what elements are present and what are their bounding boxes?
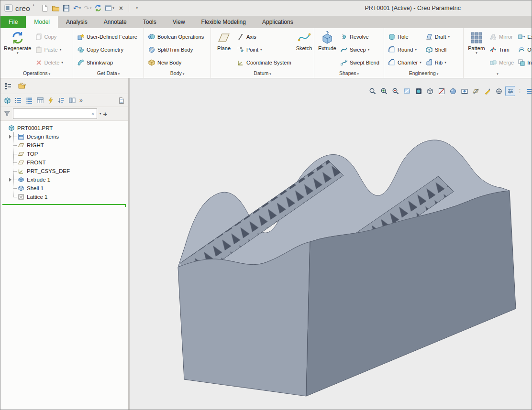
insert-here-indicator[interactable] — [2, 204, 126, 205]
tab-flexible-modeling[interactable]: Flexible Modeling — [193, 16, 254, 28]
regenerate-button[interactable]: Regenerate ▾ — [2, 30, 33, 54]
customize-quick-access-button[interactable]: ▾ — [132, 3, 142, 13]
copy-button[interactable]: Copy — [33, 30, 65, 43]
engineering-group-label[interactable]: Engineering — [384, 70, 463, 78]
plane-button[interactable]: Plane — [213, 30, 235, 51]
display-style-button[interactable] — [425, 86, 435, 96]
tree-detail-list-button[interactable] — [25, 97, 33, 104]
new-body-button[interactable]: New Body — [146, 56, 206, 69]
spin-center-button[interactable] — [494, 86, 504, 96]
extend-button[interactable]: Ex — [516, 30, 532, 43]
saved-orientations-button[interactable] — [459, 86, 469, 96]
shrinkwrap-button[interactable]: Shrinkwrap — [75, 56, 139, 69]
toolbar-clipped-button[interactable] — [524, 86, 532, 96]
tree-columns-button[interactable] — [36, 97, 44, 104]
tree-item-design-items[interactable]: Design Items — [0, 132, 128, 141]
merge-button[interactable]: Merge — [488, 56, 516, 69]
rib-button[interactable]: Rib▾ — [423, 56, 452, 69]
repaint-button[interactable] — [402, 86, 412, 96]
operations-group-label[interactable]: Operations — [0, 70, 73, 78]
datum-display-button[interactable] — [471, 86, 481, 96]
hole-button[interactable]: Hole — [386, 30, 423, 43]
appearance-button[interactable] — [448, 86, 458, 96]
expand-arrow-icon[interactable] — [9, 178, 11, 182]
tree-item-prt0001[interactable]: PRT0001.PRT — [0, 124, 128, 132]
window-settings-button[interactable]: ▾ — [104, 3, 115, 13]
swept-blend-button[interactable]: Swept Blend — [338, 56, 381, 69]
graphics-area[interactable]: ⋮ — [130, 78, 532, 410]
tree-item-shell-1[interactable]: Shell 1 — [0, 184, 128, 193]
open-button[interactable] — [51, 3, 61, 13]
graphics-toolbar-options-button[interactable] — [505, 86, 515, 96]
undo-button[interactable]: ↶▾ — [72, 3, 82, 13]
tree-list-button[interactable] — [14, 97, 22, 104]
delete-button[interactable]: Delete▾ — [33, 56, 65, 69]
paste-button[interactable]: Paste▾ — [33, 43, 65, 56]
tree-item-front[interactable]: FRONT — [0, 158, 128, 167]
body-group-label[interactable]: Body — [144, 70, 211, 78]
sketch-button[interactable]: Sketch — [293, 30, 315, 51]
coordinate-system-button[interactable]: Coordinate System — [235, 56, 293, 69]
tab-file[interactable]: File — [0, 16, 26, 28]
tree-toolbar-overflow-button[interactable]: » — [79, 97, 82, 104]
regenerate-quick-button[interactable] — [93, 3, 103, 13]
tree-item-right[interactable]: RIGHT — [0, 141, 128, 150]
tree-settings-button[interactable] — [68, 97, 76, 104]
section-view-button[interactable] — [436, 86, 446, 96]
close-window-button[interactable]: × — [116, 3, 126, 13]
tree-sort-button[interactable] — [57, 97, 65, 104]
copy-geometry-button[interactable]: Copy Geometry — [75, 43, 139, 56]
tree-item-prt-csys-def[interactable]: PRT_CSYS_DEF — [0, 167, 128, 175]
sweep-button[interactable]: Sweep▾ — [338, 43, 381, 56]
show-part-button[interactable] — [4, 97, 11, 104]
revolve-button[interactable]: Revolve — [338, 30, 381, 43]
editing-group-label[interactable] — [464, 70, 532, 78]
extrude-button[interactable]: Extrude — [316, 30, 338, 51]
redo-button[interactable]: ↷▾ — [83, 3, 92, 13]
shell-button[interactable]: Shell — [423, 43, 452, 56]
pattern-button[interactable]: Pattern ▾ — [466, 30, 488, 54]
search-options-dropdown[interactable]: ▾ — [100, 112, 101, 116]
tab-applications[interactable]: Applications — [254, 16, 301, 28]
shading-button[interactable] — [413, 86, 423, 96]
datum-group-label[interactable]: Datum — [211, 70, 314, 78]
tree-item-top[interactable]: TOP — [0, 150, 128, 158]
search-clear-icon[interactable]: × — [89, 111, 97, 117]
folder-browser-button[interactable] — [18, 82, 26, 90]
tree-report-button[interactable] — [118, 97, 125, 104]
tab-view[interactable]: View — [165, 16, 193, 28]
trim-button[interactable]: Trim — [488, 43, 516, 56]
tree-filter-button[interactable] — [47, 97, 54, 104]
round-button[interactable]: Round▾ — [386, 43, 423, 56]
user-defined-feature-button[interactable]: User-Defined Feature — [75, 30, 139, 43]
draft-button[interactable]: Draft▾ — [423, 30, 452, 43]
axis-button[interactable]: Axis — [235, 30, 293, 43]
shapes-group-label[interactable]: Shapes — [314, 70, 384, 78]
split-trim-body-button[interactable]: Split/Trim Body — [146, 43, 206, 56]
new-file-button[interactable] — [40, 3, 50, 13]
toolbar-more-icon[interactable]: ⋮ — [517, 88, 522, 94]
point-button[interactable]: Point▾ — [235, 43, 293, 56]
tree-item-extrude-1[interactable]: Extrude 1 — [0, 175, 128, 184]
offset-button[interactable]: O — [516, 43, 532, 56]
get-data-group-label[interactable]: Get Data — [73, 70, 144, 78]
zoom-in-button[interactable] — [379, 86, 389, 96]
tab-model[interactable]: Model — [26, 16, 58, 28]
annotation-display-button[interactable] — [482, 86, 492, 96]
tree-item-lattice-1[interactable]: Lattice 1 — [0, 193, 128, 201]
expand-arrow-icon[interactable] — [9, 135, 11, 139]
boolean-operations-button[interactable]: Boolean Operations — [146, 30, 206, 43]
intersect-button[interactable]: In — [516, 56, 532, 69]
tree-search-input[interactable] — [13, 109, 89, 118]
tab-annotate[interactable]: Annotate — [96, 16, 135, 28]
save-button[interactable] — [62, 3, 71, 13]
refit-button[interactable] — [367, 86, 377, 96]
search-add-button[interactable]: + — [103, 110, 108, 118]
model-tree-toggle-button[interactable] — [4, 82, 12, 90]
tab-analysis[interactable]: Analysis — [58, 16, 96, 28]
3d-model[interactable] — [170, 133, 524, 401]
chamfer-button[interactable]: Chamfer▾ — [386, 56, 423, 69]
tab-tools[interactable]: Tools — [135, 16, 165, 28]
zoom-out-button[interactable] — [390, 86, 400, 96]
mirror-button[interactable]: Mirror — [488, 30, 516, 43]
